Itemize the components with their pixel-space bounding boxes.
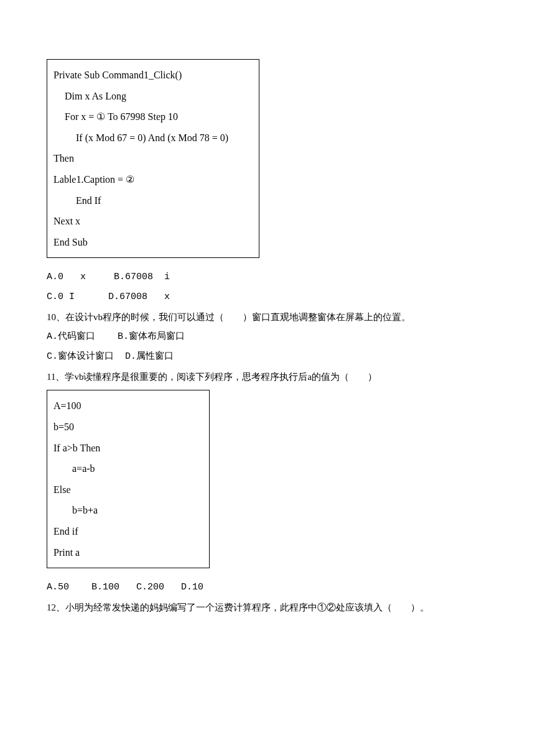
code-block-1: Private Sub Command1_Click() Dim x As Lo… <box>47 59 259 258</box>
code-line: b=50 <box>54 417 203 438</box>
code-line: End if <box>54 521 203 542</box>
q11-options: A.50 B.100 C.200 D.10 <box>47 578 488 597</box>
code-line: b=b+a <box>54 500 203 521</box>
q10-text: 10、在设计vb程序的时候，我们可以通过（ ）窗口直观地调整窗体在屏幕上的位置。 <box>47 308 488 326</box>
code-line: Else <box>54 479 203 500</box>
q10-options-cd: C.窗体设计窗口 D.属性窗口 <box>47 348 488 366</box>
code-line: If a>b Then <box>54 438 203 459</box>
q12-text: 12、小明为经常发快递的妈妈编写了一个运费计算程序，此程序中①②处应该填入（ ）… <box>47 598 488 617</box>
code-line: Dim x As Long <box>54 86 253 107</box>
code-line: For x = ① To 67998 Step 10 <box>54 106 253 127</box>
code-line: Private Sub Command1_Click() <box>54 65 253 86</box>
code-line: If (x Mod 67 = 0) And (x Mod 78 = 0) <box>54 127 253 149</box>
code-line: A=100 <box>54 395 203 417</box>
code-line: End Sub <box>54 232 253 253</box>
q11-text: 11、学vb读懂程序是很重要的，阅读下列程序，思考程序执行后a的值为（ ） <box>47 367 488 386</box>
code-line: Lable1.Caption = ② <box>54 169 253 190</box>
code-line: a=a-b <box>54 458 203 479</box>
q10-options-ab: A.代码窗口 B.窗体布局窗口 <box>47 328 488 346</box>
q9-options-cd: C.0 I D.67008 x <box>47 288 488 307</box>
code-line: Print a <box>54 542 203 563</box>
document-page: Private Sub Command1_Click() Dim x As Lo… <box>0 0 535 756</box>
code-line: End If <box>54 190 253 211</box>
code-line: Then <box>54 148 253 169</box>
q9-options-ab: A.0 x B.67008 i <box>47 268 488 287</box>
code-line: Next x <box>54 211 253 232</box>
code-block-2: A=100 b=50 If a>b Then a=a-b Else b=b+a … <box>47 390 210 568</box>
